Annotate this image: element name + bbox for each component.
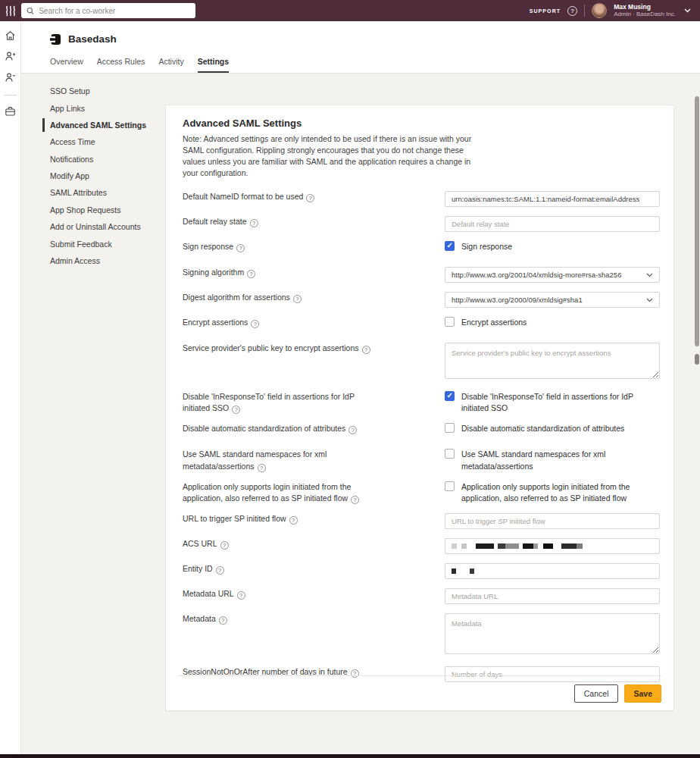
search-input[interactable] xyxy=(39,7,190,15)
info-icon[interactable] xyxy=(216,566,224,575)
info-icon[interactable] xyxy=(232,406,240,414)
metadata-url-input[interactable] xyxy=(445,588,660,604)
info-icon[interactable] xyxy=(251,320,259,328)
info-icon[interactable] xyxy=(250,219,258,227)
field-label: Signing algorithm xyxy=(183,268,244,277)
sidebar-item-admin-access[interactable]: Admin Access xyxy=(42,252,167,269)
info-icon[interactable] xyxy=(348,426,357,434)
sidebar-item-add-or-uninstall-accounts[interactable]: Add or Uninstall Accounts xyxy=(42,218,167,235)
metadata-textarea[interactable] xyxy=(445,613,660,654)
field-label: Disable automatic standardization of att… xyxy=(183,424,345,433)
info-icon[interactable] xyxy=(306,194,314,202)
disable-standardization-checkbox[interactable] xyxy=(445,423,455,433)
encrypt-assertions-checkbox[interactable] xyxy=(445,317,455,327)
app-header: Basedash OverviewAccess RulesActivitySet… xyxy=(21,21,700,74)
sp-public-key-textarea[interactable] xyxy=(445,343,660,379)
chevron-down-icon[interactable] xyxy=(684,8,691,13)
field-label: Digest algorithm for assertions xyxy=(183,293,290,302)
field-row-disable-standardization: Disable automatic standardization of att… xyxy=(183,423,660,440)
user-role: Admin · BaseDash Inc. xyxy=(614,11,676,18)
entity-id-input[interactable] xyxy=(445,563,660,579)
field-row-metadata: Metadata xyxy=(183,613,660,657)
sign-response-checkbox[interactable] xyxy=(445,241,455,251)
advanced-saml-settings-card: Advanced SAML Settings Note: Advanced se… xyxy=(165,105,674,711)
sp-flow-url-input[interactable] xyxy=(445,513,660,529)
checkbox-label: Use SAML standard namespaces for xml met… xyxy=(461,449,657,471)
signing-algorithm-select[interactable]: http://www.w3.org/2001/04/xmldsig-more#r… xyxy=(445,267,660,283)
sidebar-item-app-links[interactable]: App Links xyxy=(42,99,167,116)
info-icon[interactable] xyxy=(289,516,298,525)
info-icon[interactable] xyxy=(293,295,302,303)
tab-settings[interactable]: Settings xyxy=(198,57,229,73)
chevron-down-icon xyxy=(646,273,653,277)
info-icon[interactable] xyxy=(236,244,245,252)
sp-initiated-only-checkbox[interactable] xyxy=(445,481,455,491)
field-row-encrypt-assertions: Encrypt assertions Encrypt assertions xyxy=(183,317,660,334)
info-icon[interactable] xyxy=(237,591,245,600)
field-label: Disable 'InResponseTo' field in assertio… xyxy=(183,392,355,412)
sidebar-item-sso-setup[interactable]: SSO Setup xyxy=(42,83,167,99)
sidebar-item-access-time[interactable]: Access Time xyxy=(42,133,167,150)
user-info[interactable]: Max Musing Admin · BaseDash Inc. xyxy=(614,3,676,19)
page-title: Basedash xyxy=(68,33,117,45)
field-label: Entity ID xyxy=(183,564,213,573)
sidebar-item-app-shop-requests[interactable]: App Shop Requests xyxy=(42,202,167,218)
scrollbar-thumb[interactable] xyxy=(695,96,699,346)
field-label: Sign response xyxy=(183,242,233,251)
field-label: ACS URL xyxy=(183,539,217,548)
saml-namespaces-checkbox[interactable] xyxy=(445,449,455,459)
sidebar-item-submit-feedback[interactable]: Submit Feedback xyxy=(42,235,167,252)
checkbox-label: Sign response xyxy=(461,241,512,252)
field-row-acs-url: ACS URL xyxy=(183,538,660,554)
scrollbar-thumb-secondary[interactable] xyxy=(695,354,699,365)
default-relay-state-input[interactable] xyxy=(445,216,660,232)
card-footer: Cancel Save xyxy=(178,675,661,710)
field-label: Application only supports login initiate… xyxy=(183,482,351,503)
field-row-signing-algorithm: Signing algorithm http://www.w3.org/2001… xyxy=(183,267,660,283)
info-icon[interactable] xyxy=(351,496,359,504)
info-icon[interactable] xyxy=(247,270,255,278)
sidebar-item-advanced-saml-settings[interactable]: Advanced SAML Settings xyxy=(42,117,167,133)
topbar: SUPPORT ? Max Musing Admin · BaseDash In… xyxy=(0,0,700,21)
tab-overview[interactable]: Overview xyxy=(50,57,83,73)
checkbox-label: Disable 'InResponseTo' field in assertio… xyxy=(461,391,657,414)
card-title: Advanced SAML Settings xyxy=(183,117,660,129)
acs-url-input[interactable] xyxy=(445,538,660,554)
sidebar-item-notifications[interactable]: Notifications xyxy=(42,151,167,168)
digest-algorithm-select[interactable]: http://www.w3.org/2000/09/xmldsig#sha1 xyxy=(445,292,660,308)
field-label: Encrypt assertions xyxy=(183,318,248,327)
tab-access-rules[interactable]: Access Rules xyxy=(97,57,145,73)
divider xyxy=(584,5,585,17)
info-icon[interactable] xyxy=(362,346,370,354)
disable-inresponseto-checkbox[interactable] xyxy=(445,391,455,401)
field-row-sp-public-key: Service provider's public key to encrypt… xyxy=(183,343,660,382)
info-icon[interactable] xyxy=(258,464,266,472)
sidebar-item-modify-app[interactable]: Modify App xyxy=(42,168,167,184)
checkbox-label: Encrypt assertions xyxy=(461,317,527,328)
info-icon[interactable] xyxy=(220,541,229,550)
search-icon xyxy=(27,7,34,15)
field-row-saml-namespaces: Use SAML standard namespaces for xml met… xyxy=(183,449,660,471)
support-link[interactable]: SUPPORT xyxy=(530,8,561,14)
home-icon[interactable] xyxy=(5,30,16,41)
user-avatar[interactable] xyxy=(592,3,607,18)
icon-rail xyxy=(0,21,21,754)
cancel-button[interactable]: Cancel xyxy=(574,684,619,703)
info-icon[interactable] xyxy=(219,616,227,625)
briefcase-icon[interactable] xyxy=(5,106,16,117)
field-label: Default NameID format to be used xyxy=(183,192,303,201)
coworker-search[interactable] xyxy=(21,3,195,18)
field-row-default-nameid: Default NameID format to be used xyxy=(183,191,660,207)
field-row-sign-response: Sign response Sign response xyxy=(183,241,660,258)
default-nameid-format-input[interactable] xyxy=(445,191,660,207)
field-label: Service provider's public key to encrypt… xyxy=(183,343,359,352)
add-user-icon[interactable] xyxy=(5,51,16,62)
chevron-down-icon xyxy=(646,298,653,302)
rippling-logo-icon[interactable] xyxy=(0,5,21,17)
remove-user-icon[interactable] xyxy=(5,72,16,83)
sidebar-item-saml-attributes[interactable]: SAML Attributes xyxy=(42,184,167,201)
tab-activity[interactable]: Activity xyxy=(158,57,183,73)
field-label: URL to trigger SP initited flow xyxy=(183,514,286,523)
save-button[interactable]: Save xyxy=(624,684,661,703)
help-icon[interactable]: ? xyxy=(567,6,577,16)
